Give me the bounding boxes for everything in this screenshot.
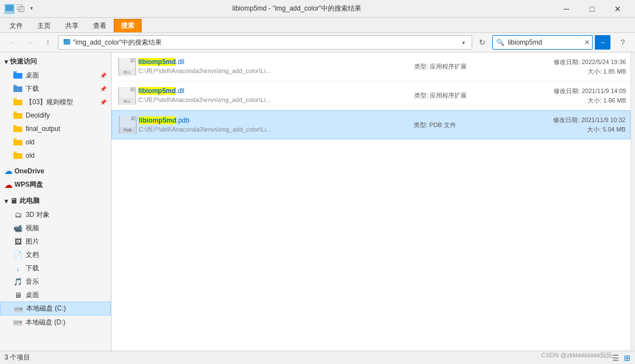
minimize-button[interactable]: ─: [554, 0, 579, 18]
sidebar-item-drive-c[interactable]: 本地磁盘 (C:): [0, 302, 111, 316]
maximize-button[interactable]: □: [579, 0, 605, 18]
folder-blue-icon: [13, 71, 22, 80]
file-size-2: 大小: 5.04 MB: [587, 125, 626, 134]
address-bar[interactable]: "img_add_color"中的搜索结果 ▾: [58, 35, 472, 50]
sidebar-item-desktop-label: 桌面: [26, 71, 39, 80]
3d-icon: 🗂: [13, 210, 22, 219]
tab-home[interactable]: 主页: [30, 19, 58, 32]
sidebar-item-3d[interactable]: 🗂 3D 对象: [0, 208, 111, 221]
file-meta-col-2: 类型: PDB 文件: [414, 121, 525, 129]
status-bar: 3 个项目 ☰ ⊞: [0, 351, 635, 364]
sidebar-item-final-output-label: final_output: [26, 125, 60, 133]
dll-icon-0: DLL: [118, 58, 136, 76]
status-right: ☰ ⊞: [612, 353, 631, 362]
search-clear-button[interactable]: ✕: [582, 38, 592, 46]
sidebar-item-downloads[interactable]: ↓ 下载 📌: [0, 82, 111, 95]
file-path-1: C:\用户\dell\Anaconda3\envs\img_add_color\…: [138, 96, 414, 104]
sidebar-item-desktop[interactable]: 桌面 📌: [0, 69, 111, 82]
file-right-col-1: 修改日期: 2021/11/9 14:09 大小: 1.86 MB: [526, 87, 626, 105]
window-title: libiomp5md - "img_add_color"中的搜索结果: [40, 4, 554, 13]
sidebar-onedrive-header[interactable]: ☁ OneDrive: [0, 164, 111, 178]
file-path-0: C:\用户\dell\Anaconda3\envs\img_add_color\…: [138, 67, 414, 75]
file-type-1: 类型: 应用程序扩展: [414, 91, 467, 100]
sidebar-item-deoldify[interactable]: Deoldify: [0, 109, 111, 122]
svg-point-10: [21, 308, 22, 309]
window-controls: ─ □ ✕: [554, 0, 631, 18]
sidebar-item-desktop2[interactable]: 🖥 桌面: [0, 288, 111, 302]
sidebar-item-drive-d[interactable]: 本地磁盘 (D:): [0, 316, 111, 329]
sidebar-wps-header[interactable]: ☁ WPS网盘: [0, 178, 111, 192]
file-icon-col-1: DLL: [116, 87, 138, 105]
folder-rules-icon: [13, 98, 22, 106]
address-text: "img_add_color"中的搜索结果: [73, 38, 460, 47]
close-button[interactable]: ✕: [605, 0, 631, 18]
sidebar-item-downloads2-label: 下载: [26, 264, 39, 273]
file-icon-col-2: PDB: [117, 116, 139, 134]
sidebar-thispc-header[interactable]: ▾ 🖥 此电脑: [0, 194, 111, 208]
right-scrollbar[interactable]: [631, 52, 635, 351]
file-info-col-2: libiomp5md.pdb C:\用户\dell\Anaconda3\envs…: [139, 117, 414, 134]
help-button[interactable]: ?: [615, 36, 631, 49]
file-date-1: 修改日期: 2021/11/9 14:09: [526, 87, 626, 95]
svg-text:DLL: DLL: [124, 99, 131, 103]
search-go-button[interactable]: →: [595, 35, 610, 50]
svg-text:DLL: DLL: [124, 70, 131, 74]
onedrive-label: OneDrive: [14, 167, 44, 175]
file-path-2: C:\用户\dell\Anaconda3\envs\img_add_color\…: [139, 125, 414, 134]
up-button[interactable]: ↑: [40, 36, 56, 49]
sidebar-item-music[interactable]: 🎵 音乐: [0, 275, 111, 288]
sidebar-item-pictures-label: 图片: [26, 237, 39, 246]
folder-deoldify-icon: [13, 111, 22, 120]
file-date-2: 修改日期: 2021/11/9 10:32: [525, 116, 626, 124]
pictures-icon: 🖼: [13, 237, 22, 246]
onedrive-icon: ☁: [4, 167, 12, 176]
tab-file[interactable]: 文件: [2, 19, 30, 32]
thispc-label: 此电脑: [20, 196, 40, 206]
file-row-2[interactable]: PDB libiomp5md.pdb C:\用户\dell\Anaconda3\…: [112, 110, 631, 139]
sidebar-item-deoldify-label: Deoldify: [26, 111, 50, 119]
svg-text:PDB: PDB: [124, 128, 132, 132]
sidebar-item-old1[interactable]: old: [0, 135, 111, 149]
title-bar-app-icons: ▾: [4, 4, 36, 14]
view-list-icon[interactable]: ☰: [612, 353, 619, 362]
search-bar[interactable]: 🔍 libiomp5md ✕: [492, 35, 593, 50]
sidebar-item-pictures[interactable]: 🖼 图片: [0, 235, 111, 248]
sidebar-item-rules-label: 【03】规则模型: [26, 98, 73, 107]
sidebar-item-rules[interactable]: 【03】规则模型 📌: [0, 95, 111, 109]
back-button[interactable]: ←: [4, 36, 20, 49]
tab-share[interactable]: 共享: [58, 19, 86, 32]
app-icon-1: [4, 4, 14, 14]
file-name-0: libiomp5md.dll: [138, 58, 414, 66]
file-right-col-0: 修改日期: 2022/5/24 19:36 大小: 1.85 MB: [526, 58, 626, 76]
tab-view[interactable]: 查看: [86, 19, 114, 32]
ribbon: 文件 主页 共享 查看 搜索: [0, 18, 635, 33]
sidebar-item-downloads2[interactable]: ↓ 下载: [0, 261, 111, 275]
file-date-0: 修改日期: 2022/5/24 19:36: [526, 58, 626, 66]
refresh-button[interactable]: ↻: [474, 35, 490, 50]
collapse-thispc-icon: ▾: [4, 197, 8, 205]
file-name-2: libiomp5md.pdb: [139, 117, 414, 124]
file-meta-col-0: 类型: 应用程序扩展: [414, 62, 526, 71]
svg-text:↓: ↓: [17, 88, 19, 91]
sidebar-item-documents[interactable]: 📄 文档: [0, 248, 111, 261]
sidebar-quick-access-header[interactable]: ▾ 快速访问: [0, 55, 111, 69]
sidebar-item-old2[interactable]: old: [0, 149, 111, 162]
file-icon-col-0: DLL: [116, 58, 138, 76]
file-type-0: 类型: 应用程序扩展: [414, 62, 467, 71]
view-grid-icon[interactable]: ⊞: [624, 353, 631, 362]
app-icon-dropdown[interactable]: ▾: [27, 4, 36, 13]
file-row-1[interactable]: DLL libiomp5md.dll C:\用户\dell\Anaconda3\…: [112, 81, 631, 110]
sidebar-item-drive-c-label: 本地磁盘 (C:): [26, 304, 66, 313]
sidebar-item-final-output[interactable]: final_output: [0, 122, 111, 135]
forward-button[interactable]: →: [22, 36, 38, 49]
tab-search[interactable]: 搜索: [114, 19, 142, 32]
search-input-value[interactable]: libiomp5md: [508, 38, 582, 46]
sidebar: ▾ 快速访问 桌面 📌 ↓ 下载 📌 【03】规则模型 📌: [0, 52, 112, 351]
quick-access-collapse-icon: ▾: [4, 58, 8, 66]
file-row-0[interactable]: DLL libiomp5md.dll C:\用户\dell\Anaconda3\…: [112, 52, 631, 81]
video-icon: 📹: [13, 224, 22, 232]
file-type-2: 类型: PDB 文件: [414, 121, 456, 129]
address-dropdown-btn[interactable]: ▾: [460, 40, 467, 46]
sidebar-item-video[interactable]: 📹 视频: [0, 221, 111, 235]
svg-rect-13: [14, 323, 18, 323]
